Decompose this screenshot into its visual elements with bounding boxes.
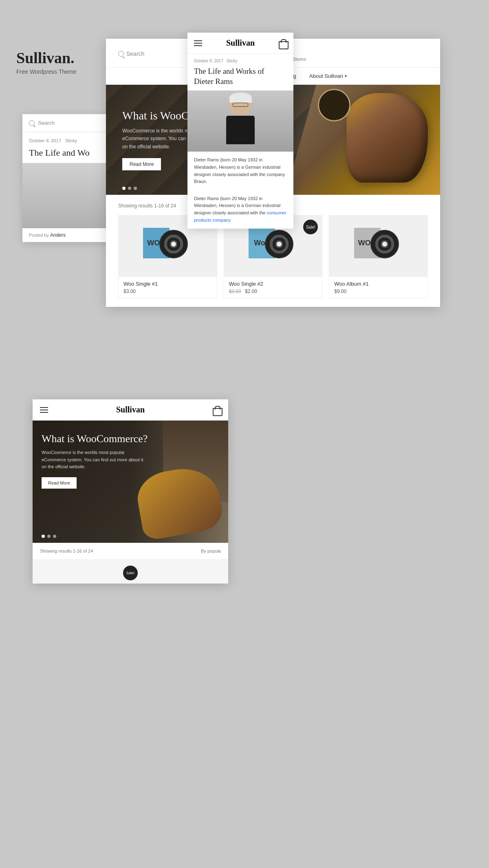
hero-read-more-button[interactable]: Read More: [122, 158, 161, 170]
product-card-3[interactable]: WOO Woo Album #1 $9.00: [329, 215, 428, 299]
mobile-results-text: Showing results 1-16 of 24: [40, 549, 93, 553]
mobile-blog-post-title: The Life and Works of Dieter Rams: [187, 65, 293, 90]
dieter-head: [229, 93, 252, 115]
dieter-glasses: [233, 103, 248, 107]
post-sticky: Sticky: [65, 138, 77, 143]
nav-about[interactable]: About Sullivan: [303, 71, 353, 81]
mobile-sort-label: By popula: [201, 549, 221, 553]
bg-brand-name: Sullivan.: [16, 49, 76, 67]
mobile-dot-3[interactable]: [53, 535, 56, 538]
product-info-3: Woo Album #1 $9.00: [329, 277, 427, 298]
product-name-3: Woo Album #1: [334, 281, 423, 287]
sale-price: $2.00: [245, 289, 257, 294]
original-price: $3.00: [229, 289, 241, 294]
mobile-dot-2[interactable]: [47, 535, 51, 538]
vinyl-record-1: [159, 230, 188, 258]
vinyl-wrapper-1: WOO: [147, 226, 188, 267]
slider-dots: [122, 187, 137, 190]
background-brand: Sullivan. Free Wordpress Theme: [16, 49, 76, 75]
vinyl-record-2: [265, 230, 293, 258]
dot-2[interactable]: [128, 187, 131, 190]
dot-1[interactable]: [122, 187, 126, 190]
mobile-blog-brand: Sullivan: [226, 38, 255, 48]
mobile-blog-bag-icon[interactable]: [279, 39, 287, 48]
mobile-hero-1: What is WooCommerce? WooCoomerce is the …: [33, 421, 228, 543]
mobile-blog-text-2: Dieter Rams (born 20 May 1932 in Wiesbad…: [187, 190, 293, 229]
mobile-blog-header: Sullivan: [187, 33, 293, 54]
mobile-blog-post-image: [187, 90, 293, 152]
product-image-3: WOO: [329, 216, 427, 277]
product-info-2: Woo Single #2 $3.00 $2.00: [224, 277, 322, 298]
mobile-blog-meta: October 8, 2017 Sticky: [187, 54, 293, 65]
product-price-3: $9.00: [334, 289, 423, 294]
author-label: Posted by: [29, 233, 49, 238]
mobile-blog-hamburger[interactable]: [194, 40, 202, 46]
hamburger-menu-icon[interactable]: [40, 407, 48, 413]
mobile-post-date: October 8, 2017: [194, 59, 223, 63]
mobile-blog-text-1: Dieter Rams (born 20 May 1932 in Wiesbad…: [187, 152, 293, 190]
product-price-1: $3.00: [123, 289, 212, 294]
mobile-hero-read-more-button[interactable]: Read More: [42, 477, 77, 489]
dieter-body: [226, 116, 255, 144]
search-icon: [29, 120, 35, 126]
search-label: Search: [126, 51, 144, 57]
search-icon: [118, 51, 124, 57]
mobile-sale-badge: Sale!: [123, 566, 138, 580]
mobile-brand-1: Sullivan: [116, 405, 145, 414]
product-info-1: Woo Single #1 $3.00: [119, 277, 217, 298]
vinyl-record-3: [370, 230, 399, 258]
vinyl-wrapper-3: WOO: [358, 226, 399, 267]
blog-search-label: Search: [38, 120, 55, 126]
mobile-mockup-1: Sullivan What is WooCommerce? WooCoomerc…: [33, 399, 228, 584]
mobile-hero-title: What is WooCommerce?: [42, 433, 219, 445]
desktop-search[interactable]: Search: [118, 51, 144, 57]
post-date: October 8, 2017: [29, 138, 61, 143]
dieter-rams-figure: [216, 93, 265, 150]
mobile-slider-dots: [42, 535, 56, 538]
partial-product-row: Sale!: [33, 559, 228, 584]
product-name-2: Woo Single #2: [229, 281, 317, 287]
mobile-shop-header: Showing results 1-16 of 24 By popula: [40, 549, 221, 553]
dot-3[interactable]: [134, 187, 137, 190]
hero-clock: [318, 89, 350, 121]
mobile-mockup-2: Sullivan October 8, 2017 Sticky The Life…: [187, 33, 293, 229]
mobile-shop: Showing results 1-16 of 24 By popula: [33, 543, 228, 559]
vinyl-wrapper-2: Woo: [253, 226, 293, 267]
product-name-1: Woo Single #1: [123, 281, 212, 287]
bg-brand-subtitle: Free Wordpress Theme: [16, 68, 76, 75]
mobile-post-sticky: Sticky: [227, 59, 238, 63]
product-price-2: $3.00 $2.00: [229, 289, 317, 294]
mobile-header-1: Sullivan: [33, 399, 228, 421]
dieter-hair: [229, 93, 252, 103]
author-name: Anders: [50, 232, 66, 238]
mobile-dot-1[interactable]: [42, 535, 45, 538]
hero-shoe-detail: [346, 93, 428, 183]
shopping-bag-icon[interactable]: [213, 405, 221, 414]
mobile-hero-content: What is WooCommerce? WooCoomerce is the …: [33, 421, 228, 501]
sale-badge-2: Sale!: [303, 220, 318, 234]
mobile-hero-desc: WooCoomerce is the worlds most popular e…: [42, 449, 143, 471]
